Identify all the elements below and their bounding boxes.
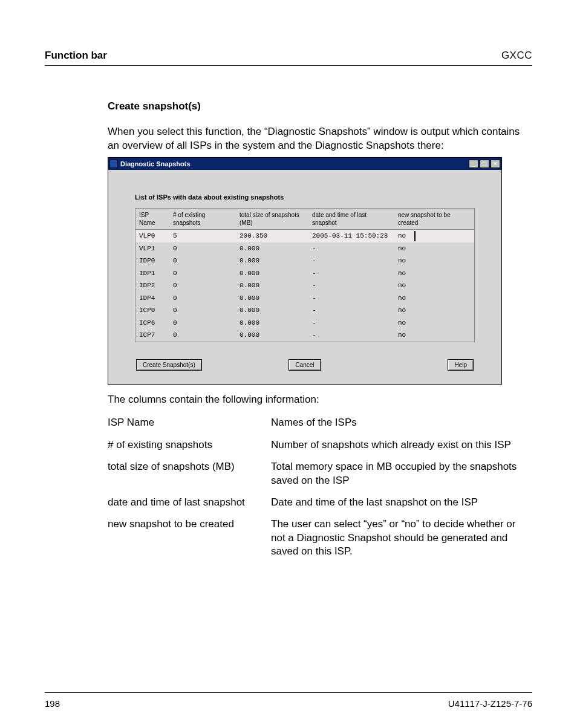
cell-new-snapshot[interactable]: no [394,292,415,305]
cell-isp-name: ICP0 [135,304,169,317]
isp-table: ISP Name # of existing snapshots total s… [135,208,475,342]
cell-total-size: 0.000 [236,267,308,280]
table-row[interactable]: IDP000.000-no [135,255,474,267]
cell-last-datetime: 2005-03-11 15:50:23 [308,230,394,242]
cell-existing-count: 0 [169,329,236,342]
cell-total-size: 0.000 [236,255,308,267]
table-row[interactable]: IDP100.000-no [135,267,474,280]
cell-new-snapshot[interactable]: no [394,230,415,242]
definition-row: total size of snapshots (MB)Total memory… [108,460,532,487]
cell-total-size: 0.000 [236,279,308,292]
table-row[interactable]: IDP200.000-no [135,279,474,292]
cell-total-size: 0.000 [236,329,308,342]
table-row[interactable]: VLP100.000-no [135,242,474,255]
list-caption: List of ISPs with data about existing sn… [135,193,475,202]
cell-total-size: 0.000 [236,304,308,317]
definition-description: Date and time of the last snapshot on th… [271,496,532,509]
table-header-row: ISP Name # of existing snapshots total s… [135,209,474,230]
cell-new-snapshot-pad [415,304,474,317]
header-rule [45,65,532,66]
diagnostic-snapshots-window: Diagnostic Snapshots _ □ ✕ List of ISPs … [108,157,502,385]
definition-term: new snapshot to be created [108,518,271,558]
cell-new-snapshot[interactable]: no [394,304,415,317]
section-title: Create snapshot(s) [108,100,532,113]
cell-last-datetime: - [308,267,394,280]
cell-last-datetime: - [308,317,394,330]
cell-total-size: 200.350 [236,230,308,242]
definition-row: # of existing snapshotsNumber of snapsho… [108,438,532,452]
table-row[interactable]: VLP05200.3502005-03-11 15:50:23no [135,230,474,242]
cell-isp-name: IDP1 [135,267,169,280]
cell-isp-name: VLP1 [135,242,169,255]
cell-isp-name: IDP2 [135,279,169,292]
cell-existing-count: 0 [169,242,236,255]
cancel-button[interactable]: Cancel [288,359,321,371]
maximize-button[interactable]: □ [480,160,489,168]
cell-isp-name: IDP0 [135,255,169,267]
definition-description: Total memory space in MB occupied by the… [271,460,532,487]
cell-last-datetime: - [308,279,394,292]
columns-intro: The columns contain the following inform… [108,393,532,406]
table-row[interactable]: ICP700.000-no [135,329,474,342]
close-button[interactable]: ✕ [491,160,500,168]
cell-total-size: 0.000 [236,242,308,255]
cell-new-snapshot-pad [415,329,474,342]
definition-description: Names of the ISPs [271,416,532,429]
footer-rule [45,692,532,693]
table-row[interactable]: IDP400.000-no [135,292,474,305]
cell-existing-count: 0 [169,267,236,280]
definition-description: The user can select “yes” or “no” to dec… [271,518,532,558]
cell-total-size: 0.000 [236,292,308,305]
cell-new-snapshot-pad [415,267,474,280]
cell-isp-name: VLP0 [135,230,169,242]
definition-row: new snapshot to be createdThe user can s… [108,518,532,558]
cell-existing-count: 0 [169,304,236,317]
window-title: Diagnostic Snapshots [120,160,469,169]
cell-new-snapshot-pad [415,292,474,305]
cell-isp-name: ICP7 [135,329,169,342]
cell-new-snapshot[interactable]: no [394,329,415,342]
definition-description: Number of snapshots which already exist … [271,438,532,452]
titlebar: Diagnostic Snapshots _ □ ✕ [108,158,501,170]
cell-existing-count: 0 [169,292,236,305]
cell-existing-count: 0 [169,317,236,330]
col-datetime: date and time of last snapshot [308,209,394,230]
table-row[interactable]: ICP600.000-no [135,317,474,330]
definition-row: ISP NameNames of the ISPs [108,416,532,429]
cell-isp-name: IDP4 [135,292,169,305]
cell-new-snapshot-pad [415,317,474,330]
table-row[interactable]: ICP000.000-no [135,304,474,317]
definition-term: total size of snapshots (MB) [108,460,271,487]
cell-new-snapshot[interactable]: no [394,279,415,292]
help-button[interactable]: Help [448,359,474,371]
cell-isp-name: ICP6 [135,317,169,330]
cell-new-snapshot-pad [415,242,474,255]
intro-paragraph: When you select this function, the “Diag… [108,125,532,152]
col-new: new snapshot to be created [394,209,474,230]
cell-new-snapshot[interactable]: no [394,317,415,330]
col-isp-name: ISP Name [135,209,169,230]
cell-last-datetime: - [308,242,394,255]
definition-row: date and time of last snapshotDate and t… [108,496,532,509]
minimize-button[interactable]: _ [469,160,478,168]
cell-last-datetime: - [308,329,394,342]
doc-id: U41117-J-Z125-7-76 [448,698,532,709]
create-snapshot-button[interactable]: Create Snapshot(s) [136,359,202,371]
cell-last-datetime: - [308,255,394,267]
cell-last-datetime: - [308,292,394,305]
window-sysmenu-icon[interactable] [109,160,118,168]
definition-term: # of existing snapshots [108,438,271,452]
col-existing: # of existing snapshots [169,209,236,230]
page-number: 198 [45,698,60,709]
col-size: total size of snapshots (MB) [236,209,308,230]
cell-new-snapshot-pad [415,230,474,242]
cell-existing-count: 0 [169,255,236,267]
cell-new-snapshot-pad [415,255,474,267]
cell-new-snapshot[interactable]: no [394,267,415,280]
cell-existing-count: 5 [169,230,236,242]
running-head-right: GXCC [501,50,532,62]
cell-new-snapshot[interactable]: no [394,255,415,267]
cell-new-snapshot[interactable]: no [394,242,415,255]
cell-total-size: 0.000 [236,317,308,330]
cell-new-snapshot-pad [415,279,474,292]
